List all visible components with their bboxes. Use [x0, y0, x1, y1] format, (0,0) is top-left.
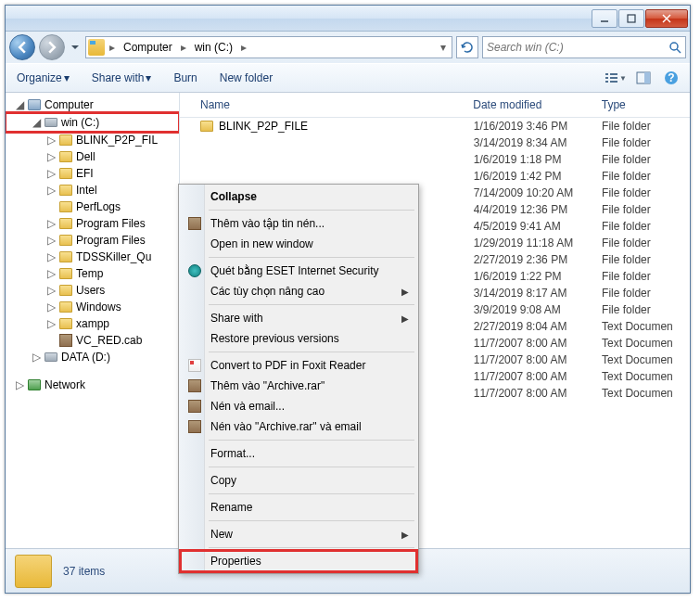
- tree-folder[interactable]: ▷xampp: [6, 315, 179, 332]
- organize-button[interactable]: Organize ▾: [13, 69, 73, 87]
- tree-folder[interactable]: ▷Intel: [6, 182, 179, 198]
- caret-icon[interactable]: ▷: [46, 219, 56, 228]
- svg-rect-6: [605, 73, 608, 75]
- back-button[interactable]: [9, 34, 35, 60]
- tree-folder[interactable]: ▷Program Files: [6, 232, 179, 249]
- tree-folder[interactable]: ▷Temp: [6, 265, 179, 282]
- context-menu: Collapse Thêm vào tập tin nén... Open in…: [178, 184, 419, 574]
- file-row[interactable]: BLINK_P2P_FILE1/16/2019 3:46 PMFile fold…: [180, 118, 690, 134]
- search-box[interactable]: [482, 36, 686, 58]
- ctx-properties[interactable]: Properties: [181, 551, 416, 571]
- preview-pane-button[interactable]: [632, 68, 655, 88]
- col-type[interactable]: Type: [594, 93, 690, 117]
- ctx-eset-scan[interactable]: Quét bằng ESET Internet Security: [181, 261, 416, 281]
- forward-button[interactable]: [39, 34, 65, 60]
- ctx-copy[interactable]: Copy: [181, 470, 416, 491]
- chevron-down-icon[interactable]: ▾: [437, 41, 450, 54]
- tree-folder[interactable]: ▷Windows: [6, 299, 179, 315]
- share-with-button[interactable]: Share with ▾: [88, 69, 156, 87]
- ctx-compress-email[interactable]: Nén và email...: [181, 396, 416, 416]
- caret-icon[interactable]: ▷: [46, 302, 56, 312]
- tree-folder[interactable]: VC_RED.cab: [6, 332, 179, 349]
- close-button[interactable]: [645, 9, 688, 28]
- maximize-button[interactable]: [618, 9, 644, 28]
- tree-folder[interactable]: ▷TDSSKiller_Qu: [6, 249, 179, 265]
- breadcrumb-drive[interactable]: win (C:): [191, 39, 236, 56]
- caret-icon[interactable]: ▷: [46, 269, 56, 278]
- new-folder-button[interactable]: New folder: [216, 69, 276, 87]
- ctx-format[interactable]: Format...: [181, 443, 416, 464]
- tree-folder[interactable]: ▷EFI: [6, 165, 179, 182]
- breadcrumb-computer[interactable]: Computer: [120, 39, 176, 56]
- file-row[interactable]: 1/6/2019 1:42 PMFile folder: [180, 168, 690, 185]
- caret-icon[interactable]: ▷: [46, 252, 56, 262]
- svg-line-5: [677, 49, 681, 53]
- navigation-pane[interactable]: ◢ Computer ◢ win (C:) ▷BLINK_P2P_FIL▷Del…: [6, 93, 180, 548]
- caret-icon[interactable]: ▷: [46, 185, 56, 195]
- svg-rect-7: [605, 77, 608, 79]
- folder-icon: [59, 251, 72, 262]
- file-row[interactable]: 1/6/2019 1:18 PMFile folder: [180, 151, 690, 168]
- col-date[interactable]: Date modified: [465, 93, 593, 117]
- folder-icon: [59, 218, 72, 229]
- caret-icon[interactable]: ◢: [15, 100, 24, 109]
- ctx-convert-pdf[interactable]: Convert to PDF in Foxit Reader: [181, 355, 416, 376]
- caret-icon[interactable]: ▷: [46, 319, 56, 328]
- svg-rect-13: [644, 72, 650, 83]
- chevron-right-icon[interactable]: ▸: [238, 41, 249, 54]
- drive-icon: [45, 352, 57, 362]
- chevron-right-icon[interactable]: ▸: [107, 41, 118, 54]
- ctx-rename[interactable]: Rename: [181, 497, 416, 518]
- folder-icon: [59, 235, 72, 246]
- refresh-button[interactable]: [456, 36, 478, 58]
- ctx-new[interactable]: New▶: [181, 524, 416, 544]
- chevron-right-icon: ▶: [401, 287, 409, 297]
- ctx-open-new-window[interactable]: Open in new window: [181, 234, 416, 254]
- caret-icon[interactable]: ▷: [15, 380, 24, 390]
- address-bar[interactable]: ▸ Computer ▸ win (C:) ▸ ▾: [85, 36, 452, 58]
- caret-icon[interactable]: ▷: [46, 152, 56, 161]
- chevron-right-icon[interactable]: ▸: [178, 41, 189, 54]
- tree-folder[interactable]: ▷Program Files: [6, 215, 179, 232]
- burn-button[interactable]: Burn: [170, 69, 200, 87]
- ctx-restore-versions[interactable]: Restore previous versions: [181, 328, 416, 349]
- tree-drive-d[interactable]: ▷ DATA (D:): [6, 349, 179, 365]
- nav-history-dropdown[interactable]: [69, 36, 82, 58]
- caret-icon[interactable]: ▷: [46, 135, 56, 145]
- navbar: ▸ Computer ▸ win (C:) ▸ ▾: [6, 32, 690, 63]
- eset-icon: [188, 264, 201, 277]
- tree-drive-c[interactable]: ◢ win (C:): [6, 114, 179, 131]
- search-input[interactable]: [487, 41, 665, 54]
- caret-icon[interactable]: [46, 336, 56, 345]
- tree-computer[interactable]: ◢ Computer: [6, 96, 179, 113]
- ctx-share-with[interactable]: Share with▶: [181, 308, 416, 328]
- search-icon: [668, 41, 681, 54]
- view-options-button[interactable]: ▼: [605, 68, 627, 88]
- caret-icon[interactable]: ▷: [46, 286, 56, 295]
- caret-icon[interactable]: ◢: [32, 118, 41, 127]
- help-button[interactable]: ?: [660, 68, 682, 88]
- ctx-advanced-options[interactable]: Các tùy chọn nâng cao▶: [181, 281, 416, 301]
- folder-icon: [59, 268, 72, 279]
- tree-folder[interactable]: PerfLogs: [6, 198, 179, 215]
- tree-folder[interactable]: ▷Dell: [6, 148, 179, 165]
- caret-icon[interactable]: ▷: [32, 352, 41, 362]
- ctx-collapse[interactable]: Collapse: [181, 186, 416, 207]
- ctx-compress-archive-email[interactable]: Nén vào "Archive.rar" và email: [181, 416, 416, 437]
- caret-icon[interactable]: [46, 202, 56, 211]
- tree-folder[interactable]: ▷BLINK_P2P_FIL: [6, 132, 179, 148]
- minimize-button[interactable]: [592, 9, 617, 28]
- folder-icon: [59, 318, 72, 329]
- ctx-add-archive-rar[interactable]: Thêm vào "Archive.rar": [181, 376, 416, 396]
- tree-network[interactable]: ▷ Network: [6, 377, 179, 393]
- svg-rect-9: [610, 73, 617, 75]
- svg-rect-11: [610, 81, 617, 83]
- ctx-add-to-archive[interactable]: Thêm vào tập tin nén...: [181, 213, 416, 234]
- tree-folder[interactable]: ▷Users: [6, 282, 179, 299]
- chevron-right-icon: ▶: [401, 530, 409, 540]
- caret-icon[interactable]: ▷: [46, 236, 56, 245]
- caret-icon[interactable]: ▷: [46, 169, 56, 178]
- file-row[interactable]: 3/14/2019 8:34 AMFile folder: [180, 134, 690, 151]
- folder-icon: [15, 555, 52, 588]
- col-name[interactable]: Name: [180, 93, 465, 117]
